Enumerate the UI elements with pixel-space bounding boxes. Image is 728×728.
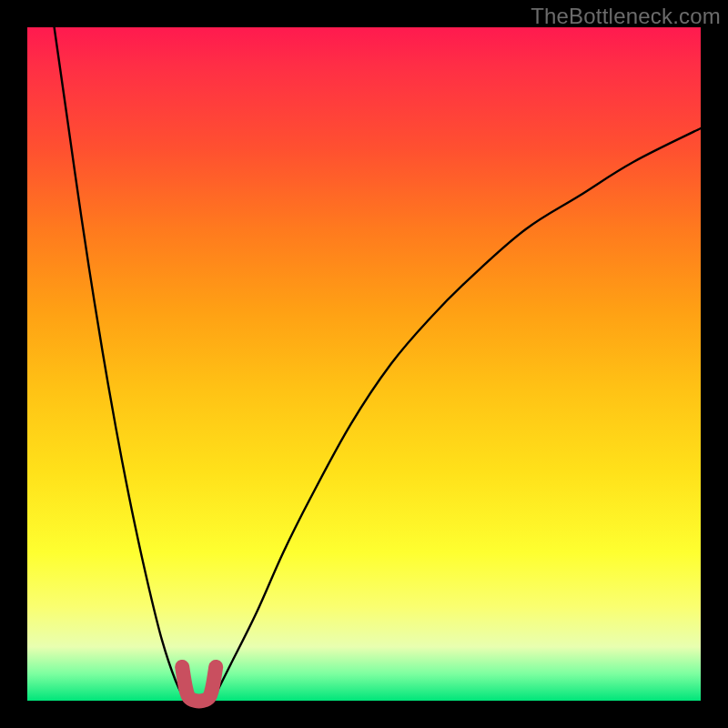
curve-right-branch	[213, 128, 702, 701]
u-marker	[182, 667, 216, 702]
curve-left-branch	[55, 27, 186, 701]
plot-area	[27, 27, 701, 701]
chart-svg	[27, 27, 701, 701]
chart-frame: TheBottleneck.com	[0, 0, 728, 728]
watermark-text: TheBottleneck.com	[531, 4, 721, 29]
